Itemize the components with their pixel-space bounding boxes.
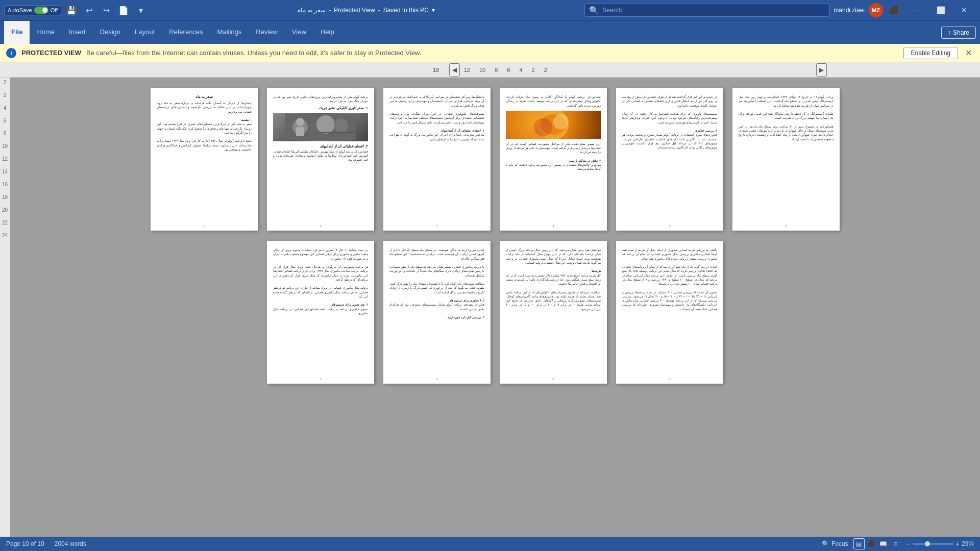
main-area: 2 2 4 6 8 10 12 14 16 18 20 22 24 سفر به… xyxy=(0,78,980,537)
globe-visualization xyxy=(506,111,601,139)
tab-mailings-label: Mailings xyxy=(217,28,242,36)
table-row: اندازه می‌پردازیم به جنگی هوشمند. در سطح… xyxy=(383,241,491,384)
more-commands-button[interactable]: ▾ xyxy=(134,3,148,17)
outline-view[interactable]: ≡ xyxy=(890,538,901,549)
protected-view-bar: i PROTECTED VIEW Be careful—files from t… xyxy=(0,44,980,62)
table-row: در نتیجه به این امر قرار گذاشته شد که از… xyxy=(616,88,723,231)
tab-design-label: Design xyxy=(100,28,120,36)
page-6-text: پرتاب آپولو ۱۱ در تاریخ ۱۶ جولای ۱۹۶۹ ان… xyxy=(739,95,834,141)
page-3-text: دانشگاه‌ها و مراکز تحقیقاتی در سراسر آمر… xyxy=(389,95,484,141)
page-4-text-top: فضانوردان برنامه آپولو با آمادگی کامل به… xyxy=(506,95,601,108)
redo-button[interactable]: ↪ xyxy=(99,3,113,17)
tab-view[interactable]: View xyxy=(285,21,313,44)
page-6-num: 6 xyxy=(785,224,787,228)
page-2-section2: ۲. اعضای عملیاتی آن از آبتداییهای xyxy=(273,144,368,148)
page-2-num: 2 xyxy=(320,224,321,228)
table-row: موافقان هوا پیش نشان می‌دهند که این روش … xyxy=(500,241,607,384)
left-ruler-14: 14 xyxy=(2,169,8,174)
user-section: mahdi ziaei MZ ⬛ xyxy=(834,3,901,17)
enable-editing-button[interactable]: Enable Editing xyxy=(903,47,958,59)
autosave-state: Off xyxy=(51,7,58,13)
tab-home-label: Home xyxy=(37,28,55,36)
ruler-bar: ◀ 18 14 12 10 8 6 4 2 2 ▶ xyxy=(0,62,980,78)
table-row: فضانوردان برنامه آپولو با آمادگی کامل به… xyxy=(500,88,607,231)
zoom-out-button[interactable]: − xyxy=(906,540,911,548)
restore-button[interactable]: ⬜ xyxy=(929,0,952,20)
tab-insert[interactable]: Insert xyxy=(62,21,93,44)
autosave-label: AutoSave xyxy=(8,7,32,13)
ruler-mark-4: 4 xyxy=(519,67,522,73)
titlebar-left: AutoSave Off 💾 ↩ ↪ 📄 ▾ xyxy=(4,3,148,17)
focus-button[interactable]: 🔍 Focus xyxy=(822,540,848,547)
tab-design[interactable]: Design xyxy=(93,21,128,44)
save-button[interactable]: 💾 xyxy=(64,3,79,17)
view-buttons: ▤ ⬛ 📖 ≡ xyxy=(853,538,901,549)
statusbar: Page 10 of 10 2004 words 🔍 Focus ▤ ⬛ 📖 ≡… xyxy=(0,537,980,551)
read-mode-view[interactable]: 📖 xyxy=(878,538,889,549)
new-doc-button[interactable]: 📄 xyxy=(116,3,131,17)
focus-label: Focus xyxy=(831,540,848,547)
doc-title-area: سفر به ماه - Protected View - Saved to t… xyxy=(152,7,580,14)
ruler-right-arrow[interactable]: ▶ xyxy=(816,63,827,77)
zoom-in-button[interactable]: + xyxy=(955,540,960,548)
protected-icon: i xyxy=(6,48,16,58)
minimize-button[interactable]: — xyxy=(905,0,929,20)
ribbon: File Home Insert Design Layout Reference… xyxy=(0,20,980,44)
document-canvas: سفر به ماه انسان‌ها از دیرباز به آسمان ن… xyxy=(10,78,980,537)
autosave-toggle[interactable] xyxy=(34,7,48,14)
tab-layout[interactable]: Layout xyxy=(128,21,162,44)
tab-view-label: View xyxy=(292,28,306,36)
user-initials: MZ xyxy=(872,7,880,13)
doc-saved-dropdown[interactable]: ▾ xyxy=(432,7,435,14)
tab-mailings[interactable]: Mailings xyxy=(210,21,249,44)
close-button[interactable]: ✕ xyxy=(952,0,976,20)
left-ruler-20: 20 xyxy=(2,207,8,213)
search-input[interactable] xyxy=(602,7,825,14)
svg-point-10 xyxy=(534,118,552,136)
ruler-left-arrow[interactable]: ◀ xyxy=(449,63,460,77)
page-2-text-bottom: فضانوردان برنامه آپولو از میان بهترین خل… xyxy=(273,149,368,162)
user-avatar[interactable]: MZ xyxy=(869,3,883,17)
protected-label: PROTECTED VIEW xyxy=(21,49,81,57)
page-1-text: انسان‌ها از دیرباز به آسمان نگاه کرده‌ان… xyxy=(157,101,252,152)
tab-insert-label: Insert xyxy=(69,28,86,36)
left-ruler-18: 18 xyxy=(2,194,8,200)
page-9-text: موافقان هوا پیش نشان می‌دهند که این روش … xyxy=(506,248,601,311)
ruler-mark-2r: 2 xyxy=(544,67,547,73)
tab-help-label: Help xyxy=(321,28,334,36)
tab-home[interactable]: Home xyxy=(30,21,62,44)
left-ruler-6: 6 xyxy=(4,118,7,123)
autosave-badge[interactable]: AutoSave Off xyxy=(4,5,61,15)
zoom-thumb xyxy=(925,541,930,546)
page-row-1: سفر به ماه انسان‌ها از دیرباز به آسمان ن… xyxy=(31,88,960,231)
close-protected-bar[interactable]: ✕ xyxy=(963,48,974,58)
svg-point-4 xyxy=(316,115,335,134)
window-controls: — ⬜ ✕ xyxy=(905,0,976,20)
page-7-text: در سده مقابله ۱۰ فاز ۱۴ ضرورت می‌کرد عمل… xyxy=(273,248,368,315)
print-layout-view[interactable]: ▤ xyxy=(853,538,865,549)
statusbar-right: 🔍 Focus ▤ ⬛ 📖 ≡ − + 29% xyxy=(822,538,974,549)
ruler-mark-18: 18 xyxy=(433,67,439,73)
svg-rect-3 xyxy=(296,127,304,136)
web-layout-view[interactable]: ⬛ xyxy=(866,538,877,549)
ruler-mark-2: 2 xyxy=(532,67,535,73)
zoom-slider[interactable] xyxy=(913,543,953,545)
left-ruler-2a: 2 xyxy=(4,80,7,85)
tab-file[interactable]: File xyxy=(4,21,30,44)
tab-help[interactable]: Help xyxy=(313,21,341,44)
left-ruler-22: 22 xyxy=(2,220,8,226)
undo-button[interactable]: ↩ xyxy=(82,3,96,17)
doc-mode: Protected View xyxy=(334,7,375,14)
ribbon-display-options[interactable]: ⬛ xyxy=(887,3,901,17)
page-1-title: سفر به ماه xyxy=(157,95,252,99)
page-2-image xyxy=(273,113,368,141)
page-2-section: ۱. سفر داوری کابلیکی نظیر تبریک xyxy=(273,106,368,110)
svg-point-5 xyxy=(334,118,348,133)
tab-review[interactable]: Review xyxy=(249,21,285,44)
search-bar[interactable]: 🔍 xyxy=(584,4,829,17)
share-button[interactable]: ↑ Share xyxy=(941,27,976,39)
table-row: برنامه آپولو یکی از بلندپروازانه‌ترین پر… xyxy=(267,88,374,231)
ribbon-share: ↑ Share xyxy=(941,21,976,44)
page-9-num: 9 xyxy=(552,378,554,381)
tab-references[interactable]: References xyxy=(162,21,210,44)
